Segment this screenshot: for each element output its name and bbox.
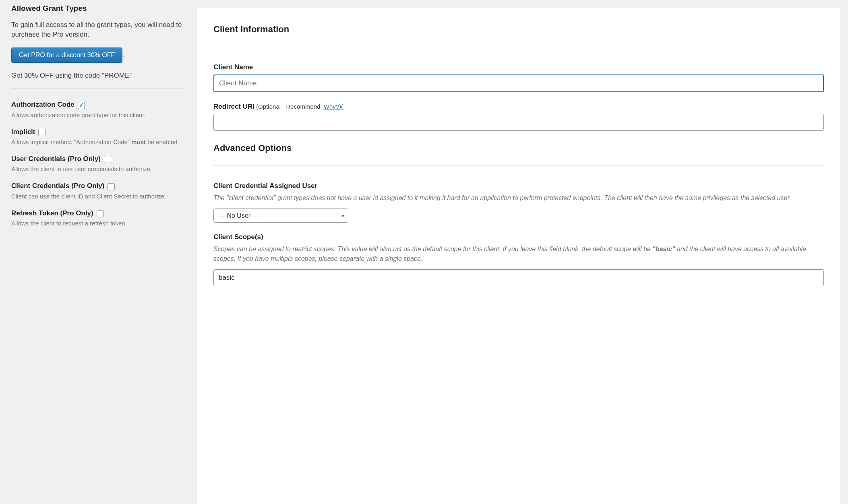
main-divider-1 <box>213 47 824 47</box>
grant-types-intro: To gain full access to all the grant typ… <box>11 20 186 39</box>
client-name-input[interactable] <box>213 74 824 92</box>
advanced-options-heading: Advanced Options <box>213 143 824 153</box>
field-client-scopes: Client Scope(s) Scopes can be assigned t… <box>213 233 824 286</box>
grant-desc-user-credentials: Allows the client to use user credential… <box>11 165 186 173</box>
redirect-uri-label: Redirect URI (Optional - Recommend: Why?… <box>213 103 824 111</box>
grant-title-refresh-token: Refresh Token (Pro Only) <box>11 209 93 217</box>
checkbox-refresh-token[interactable] <box>97 210 104 217</box>
field-assigned-user: Client Credential Assigned User The "cli… <box>213 182 824 223</box>
field-redirect-uri: Redirect URI (Optional - Recommend: Why?… <box>213 103 824 131</box>
sidebar: Allowed Grant Types To gain full access … <box>0 0 197 504</box>
grant-refresh-token: Refresh Token (Pro Only) Allows the clie… <box>11 209 186 227</box>
checkbox-client-credentials[interactable] <box>108 183 115 190</box>
assigned-user-label: Client Credential Assigned User <box>213 182 824 190</box>
grant-desc-implicit: Allows implicit method. "Authorization C… <box>11 138 186 146</box>
allowed-grant-types-heading: Allowed Grant Types <box>11 4 186 13</box>
grant-authorization-code: Authorization Code Allows authorization … <box>11 101 186 119</box>
grant-title-client-credentials: Client Credentials (Pro Only) <box>11 182 104 190</box>
grant-implicit: Implicit Allows implicit method. "Author… <box>11 128 186 146</box>
checkbox-implicit[interactable] <box>38 129 46 136</box>
client-scopes-desc: Scopes can be assigned to restrict scope… <box>213 244 824 264</box>
assigned-user-desc: The "client credential" grant types does… <box>213 193 824 203</box>
client-scopes-input[interactable] <box>213 269 824 286</box>
redirect-uri-input[interactable] <box>213 114 824 131</box>
checkbox-authorization-code[interactable] <box>78 102 85 109</box>
grant-desc-refresh-token: Allows the client to request a refresh t… <box>11 219 186 227</box>
checkbox-user-credentials[interactable] <box>104 156 111 163</box>
grant-title-authorization-code: Authorization Code <box>11 101 74 108</box>
pro-button-suffix: . <box>122 52 124 58</box>
field-client-name: Client Name <box>213 63 824 92</box>
grant-desc-authorization-code: Allows authorization code grant type for… <box>11 111 186 119</box>
grant-client-credentials: Client Credentials (Pro Only) Client can… <box>11 182 186 200</box>
client-scopes-label: Client Scope(s) <box>213 233 824 241</box>
client-information-heading: Client Information <box>213 24 824 35</box>
grant-title-implicit: Implicit <box>11 128 35 136</box>
grant-desc-client-credentials: Client can use the client ID and Client … <box>11 192 186 200</box>
assigned-user-select[interactable]: --- No User --- <box>213 209 348 223</box>
promo-text: Get 30% OFF using the code "PROME" <box>11 71 186 81</box>
get-pro-button[interactable]: Get PRO for a discount 30% OFF <box>11 48 122 63</box>
grant-title-user-credentials: User Credentials (Pro Only) <box>11 155 101 163</box>
client-name-label: Client Name <box>213 63 824 71</box>
main-divider-2 <box>213 165 824 166</box>
main-panel: Client Information Client Name Redirect … <box>197 8 840 504</box>
redirect-why-link[interactable]: Why?)( <box>324 103 343 110</box>
assigned-user-select-wrap: --- No User --- ▾ <box>213 209 348 223</box>
sidebar-divider <box>11 88 186 89</box>
grant-user-credentials: User Credentials (Pro Only) Allows the c… <box>11 155 186 173</box>
